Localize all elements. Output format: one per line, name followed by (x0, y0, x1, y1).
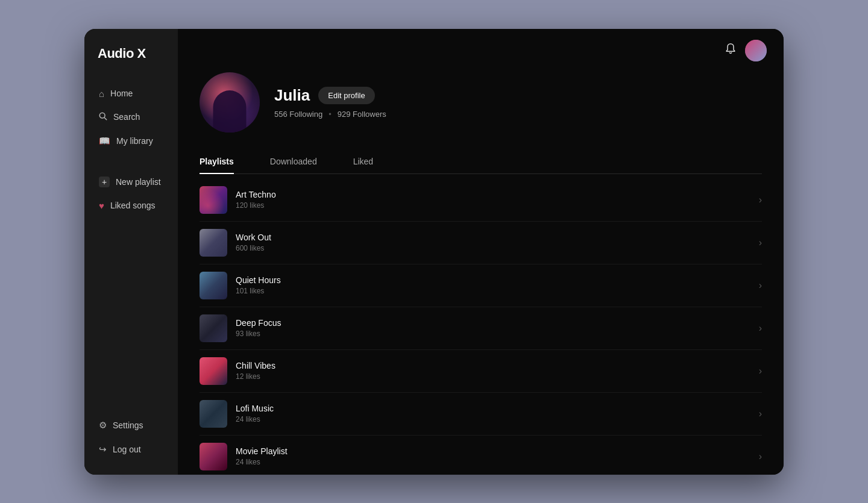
profile-section: Julia Edit profile 556 Following • 929 F… (178, 72, 784, 149)
playlist-likes-deep-focus: 93 likes (236, 330, 759, 338)
tab-downloaded[interactable]: Downloaded (270, 149, 317, 173)
playlist-info-work-out: Work Out 600 likes (236, 233, 759, 252)
add-icon: + (99, 177, 110, 187)
sidebar-item-new-playlist-label: New playlist (116, 177, 161, 187)
sidebar: Audio X ⌂ Home Search 📖 My library (84, 29, 178, 475)
playlist-name-lofi-music: Lofi Music (236, 404, 759, 413)
playlist-item-movie-playlist[interactable]: Movie Playlist 24 likes › (200, 436, 762, 475)
user-avatar[interactable] (745, 40, 767, 61)
playlist-name-deep-focus: Deep Focus (236, 318, 759, 328)
profile-name: Julia (274, 86, 310, 105)
logout-icon: ↪ (99, 444, 107, 455)
sidebar-item-library[interactable]: 📖 My library (92, 130, 171, 152)
sidebar-item-library-label: My library (116, 136, 153, 146)
playlist-name-work-out: Work Out (236, 233, 759, 242)
playlist-name-quiet-hours: Quiet Hours (236, 275, 759, 285)
sidebar-item-search-label: Search (113, 112, 140, 122)
playlist-item-lofi-music[interactable]: Lofi Music 24 likes › (200, 393, 762, 436)
playlist-likes-work-out: 600 likes (236, 244, 759, 252)
playlist-info-lofi-music: Lofi Music 24 likes (236, 404, 759, 423)
playlist-likes-art-techno: 120 likes (236, 201, 759, 210)
sidebar-item-logout-label: Log out (113, 445, 141, 454)
playlist-arrow-deep-focus: › (759, 323, 762, 334)
heart-icon: ♥ (99, 201, 104, 211)
playlist-thumb-art-techno (200, 186, 227, 214)
playlist-likes-quiet-hours: 101 likes (236, 287, 759, 295)
settings-icon: ⚙ (99, 420, 107, 431)
playlist-info-quiet-hours: Quiet Hours 101 likes (236, 275, 759, 295)
sidebar-nav: ⌂ Home Search 📖 My library + New p (84, 83, 178, 216)
playlist-info-deep-focus: Deep Focus 93 likes (236, 318, 759, 338)
playlist-arrow-work-out: › (759, 237, 762, 248)
sidebar-item-settings[interactable]: ⚙ Settings (92, 414, 171, 436)
notification-icon[interactable] (725, 43, 737, 58)
playlist-item-chill-vibes[interactable]: Chill Vibes 12 likes › (200, 350, 762, 393)
playlist-arrow-chill-vibes: › (759, 366, 762, 376)
search-icon (99, 112, 107, 122)
topbar (178, 29, 784, 72)
sidebar-item-logout[interactable]: ↪ Log out (92, 439, 171, 460)
playlist-item-quiet-hours[interactable]: Quiet Hours 101 likes › (200, 264, 762, 307)
sidebar-item-liked-songs[interactable]: ♥ Liked songs (92, 195, 171, 216)
playlist-thumb-chill-vibes (200, 357, 227, 385)
playlist-likes-chill-vibes: 12 likes (236, 372, 759, 381)
playlist-thumb-quiet-hours (200, 272, 227, 299)
playlist-info-chill-vibes: Chill Vibes 12 likes (236, 361, 759, 381)
playlist-item-art-techno[interactable]: Art Techno 120 likes › (200, 179, 762, 222)
sidebar-bottom: ⚙ Settings ↪ Log out (84, 414, 178, 460)
playlist-info-movie-playlist: Movie Playlist 24 likes (236, 446, 759, 466)
sidebar-item-search[interactable]: Search (92, 107, 171, 128)
following-count: 556 Following (274, 110, 322, 119)
tab-liked[interactable]: Liked (353, 149, 373, 173)
tab-playlists[interactable]: Playlists (200, 149, 234, 173)
sidebar-item-liked-songs-label: Liked songs (110, 201, 156, 210)
home-icon: ⌂ (99, 89, 104, 99)
profile-info: Julia Edit profile 556 Following • 929 F… (274, 86, 386, 119)
playlist-arrow-lofi-music: › (759, 408, 762, 419)
sidebar-item-new-playlist[interactable]: + New playlist (92, 171, 171, 193)
svg-line-1 (104, 117, 107, 120)
playlist-arrow-movie-playlist: › (759, 451, 762, 462)
playlist-arrow-quiet-hours: › (759, 280, 762, 291)
playlist-likes-lofi-music: 24 likes (236, 415, 759, 423)
sidebar-item-home[interactable]: ⌂ Home (92, 83, 171, 104)
profile-stats: 556 Following • 929 Followers (274, 110, 386, 119)
playlist-name-art-techno: Art Techno (236, 190, 759, 199)
playlist-thumb-deep-focus (200, 314, 227, 342)
playlist-list: Art Techno 120 likes › Work Out 600 like… (178, 174, 784, 475)
playlist-item-work-out[interactable]: Work Out 600 likes › (200, 222, 762, 264)
playlist-thumb-lofi-music (200, 400, 227, 428)
edit-profile-button[interactable]: Edit profile (318, 87, 374, 104)
playlist-likes-movie-playlist: 24 likes (236, 458, 759, 466)
playlist-name-chill-vibes: Chill Vibes (236, 361, 759, 370)
profile-avatar (200, 72, 260, 133)
main-content: Julia Edit profile 556 Following • 929 F… (178, 29, 784, 475)
playlist-item-deep-focus[interactable]: Deep Focus 93 likes › (200, 307, 762, 350)
sidebar-item-home-label: Home (110, 89, 133, 98)
library-icon: 📖 (99, 136, 110, 146)
followers-count: 929 Followers (338, 110, 386, 119)
stats-dot: • (329, 110, 332, 119)
tabs: Playlists Downloaded Liked (200, 149, 762, 174)
playlist-arrow-art-techno: › (759, 195, 762, 205)
app-window: Audio X ⌂ Home Search 📖 My library (84, 29, 784, 475)
playlist-thumb-movie-playlist (200, 443, 227, 470)
app-logo: Audio X (84, 46, 178, 61)
playlist-info-art-techno: Art Techno 120 likes (236, 190, 759, 210)
sidebar-item-settings-label: Settings (113, 420, 143, 430)
profile-name-row: Julia Edit profile (274, 86, 386, 105)
playlist-name-movie-playlist: Movie Playlist (236, 446, 759, 456)
playlist-thumb-work-out (200, 229, 227, 257)
